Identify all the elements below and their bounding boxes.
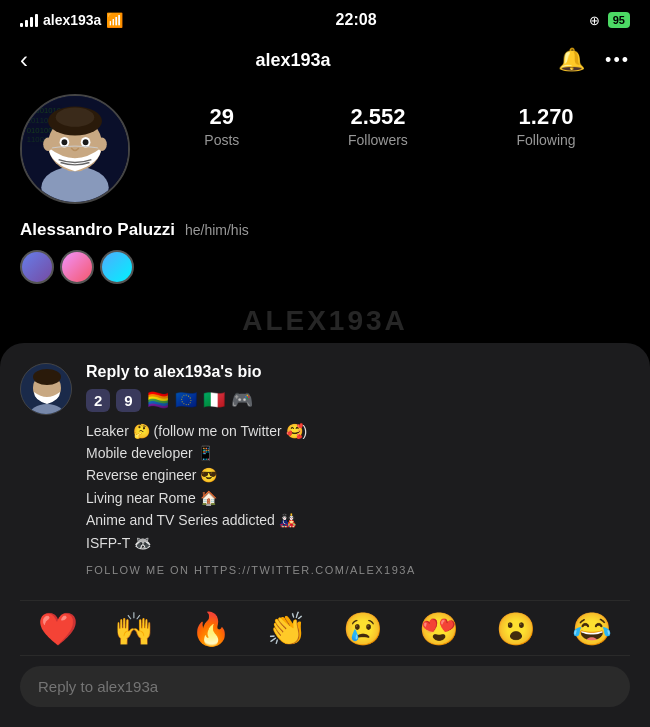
story-circles: [20, 250, 630, 284]
signal-bar-1: [20, 23, 23, 27]
following-label: Following: [517, 132, 576, 148]
laugh-emoji-btn[interactable]: 😂: [572, 613, 612, 645]
bio-badges: 2 9 🏳️‍🌈 🇪🇺 🇮🇹 🎮: [86, 389, 630, 412]
reply-input[interactable]: [20, 666, 630, 707]
avatar[interactable]: 01001010 10110101 01010011 11001010: [20, 94, 130, 204]
followers-stat[interactable]: 2.552 Followers: [348, 104, 408, 148]
heart-emoji-btn[interactable]: ❤️: [38, 613, 78, 645]
clap-emoji-btn[interactable]: 👏: [267, 613, 307, 645]
following-stat[interactable]: 1.270 Following: [517, 104, 576, 148]
bio-line-3: Reverse engineer 😎: [86, 464, 630, 486]
nav-right: 🔔 •••: [558, 47, 630, 73]
svg-point-15: [97, 137, 107, 150]
badge-num-1: 2: [86, 389, 110, 412]
badge-num-2: 9: [116, 389, 140, 412]
status-right: ⊕ 95: [589, 12, 630, 28]
signal-bar-4: [35, 14, 38, 27]
profile-section: 01001010 10110101 01010011 11001010: [0, 84, 650, 220]
location-icon: ⊕: [589, 13, 600, 28]
svg-point-14: [43, 137, 53, 150]
more-options-icon[interactable]: •••: [605, 50, 630, 71]
italy-flag-emoji: 🇮🇹: [203, 389, 225, 411]
followers-count: 2.552: [350, 104, 405, 130]
follow-link-text: FOLLOW ME ON HTTPS://TWITTER.COM/ALEX193…: [86, 564, 630, 576]
raised-hands-emoji-btn[interactable]: 🙌: [114, 613, 154, 645]
top-nav: ‹ alex193a 🔔 •••: [0, 36, 650, 84]
signal-bar-3: [30, 17, 33, 27]
story-circle-1[interactable]: [20, 250, 54, 284]
svg-point-20: [33, 369, 61, 385]
bio-line-4: Living near Rome 🏠: [86, 487, 630, 509]
story-circle-3[interactable]: [100, 250, 134, 284]
reply-title: Reply to alex193a's bio: [86, 363, 630, 381]
following-count: 1.270: [519, 104, 574, 130]
signal-bar-2: [25, 20, 28, 27]
bio-line-2: Mobile developer 📱: [86, 442, 630, 464]
watermark: ALEX193A: [242, 305, 408, 337]
svg-point-12: [62, 139, 68, 145]
reply-input-row: [20, 655, 630, 727]
stats-container: 29 Posts 2.552 Followers 1.270 Following: [150, 104, 630, 148]
signal-bars: [20, 13, 38, 27]
posts-label: Posts: [204, 132, 239, 148]
gamepad-emoji: 🎮: [231, 389, 253, 411]
pronouns: he/him/his: [185, 222, 249, 238]
nav-title: alex193a: [256, 50, 331, 71]
carrier-label: alex193a: [43, 12, 101, 28]
posts-stat[interactable]: 29 Posts: [204, 104, 239, 148]
reply-header: Reply to alex193a's bio 2 9 🏳️‍🌈 🇪🇺 🇮🇹 🎮…: [20, 363, 630, 590]
posts-count: 29: [210, 104, 234, 130]
emoji-reactions-bar: ❤️ 🙌 🔥 👏 😢 😍 😮 😂: [20, 600, 630, 655]
svg-point-13: [83, 139, 89, 145]
back-button[interactable]: ‹: [20, 46, 28, 74]
notification-bell-icon[interactable]: 🔔: [558, 47, 585, 73]
status-left: alex193a 📶: [20, 12, 123, 28]
story-circle-2[interactable]: [60, 250, 94, 284]
username-section: Alessandro Paluzzi he/him/his: [0, 220, 650, 296]
wifi-icon: 📶: [106, 12, 123, 28]
bio-line-5: Anime and TV Series addicted 🎎: [86, 509, 630, 531]
bio-line-6: ISFP-T 🦝: [86, 532, 630, 554]
bio-line-1: Leaker 🤔 (follow me on Twitter 🥰): [86, 420, 630, 442]
bio-text: Leaker 🤔 (follow me on Twitter 🥰) Mobile…: [86, 420, 630, 554]
heart-eyes-emoji-btn[interactable]: 😍: [419, 613, 459, 645]
status-bar: alex193a 📶 22:08 ⊕ 95: [0, 0, 650, 36]
eu-flag-emoji: 🇪🇺: [175, 389, 197, 411]
reply-avatar: [20, 363, 72, 415]
followers-label: Followers: [348, 132, 408, 148]
fire-emoji-btn[interactable]: 🔥: [191, 613, 231, 645]
display-name: Alessandro Paluzzi: [20, 220, 175, 240]
wow-emoji-btn[interactable]: 😮: [496, 613, 536, 645]
status-time: 22:08: [336, 11, 377, 29]
battery-badge: 95: [608, 12, 630, 28]
display-name-row: Alessandro Paluzzi he/him/his: [20, 220, 630, 240]
cry-emoji-btn[interactable]: 😢: [343, 613, 383, 645]
svg-point-9: [56, 108, 95, 127]
reply-panel: Reply to alex193a's bio 2 9 🏳️‍🌈 🇪🇺 🇮🇹 🎮…: [0, 343, 650, 727]
rainbow-flag-emoji: 🏳️‍🌈: [147, 389, 169, 411]
reply-content: Reply to alex193a's bio 2 9 🏳️‍🌈 🇪🇺 🇮🇹 🎮…: [86, 363, 630, 590]
